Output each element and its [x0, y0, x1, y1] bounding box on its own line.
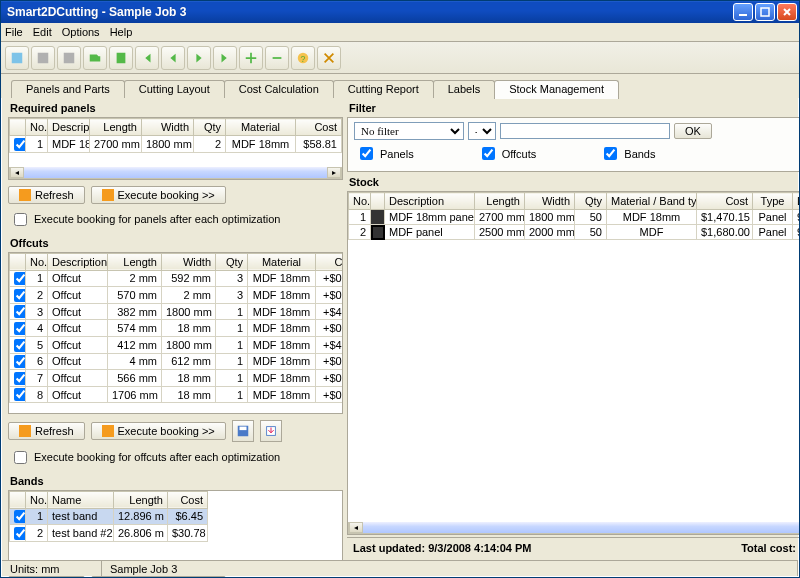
- menu-file[interactable]: File: [5, 26, 23, 38]
- table-row[interactable]: 2MDF panel2500 mm2000 mm50MDF$1,680.00Pa…: [349, 225, 801, 240]
- minimize-button[interactable]: [733, 3, 753, 21]
- status-units: Units: mm: [2, 561, 102, 576]
- filter-box: No filter - OK Panels Offcuts Bands: [347, 117, 800, 172]
- table-row[interactable]: 6Offcut4 mm612 mm1MDF 18mm+$0.01: [10, 353, 343, 370]
- chk-after-required[interactable]: [14, 213, 27, 226]
- toolbar-btn-3[interactable]: [57, 46, 81, 70]
- exec-required-panels[interactable]: Execute booking >>: [91, 186, 226, 204]
- menu-edit[interactable]: Edit: [33, 26, 52, 38]
- toolbar-exit-icon[interactable]: [317, 46, 341, 70]
- table-row[interactable]: 7Offcut566 mm18 mm1MDF 18mm+$0.06: [10, 370, 343, 387]
- table-row[interactable]: 4Offcut574 mm18 mm1MDF 18mm+$0.06: [10, 320, 343, 337]
- stock-table[interactable]: No. Description Length Width Qty Materia…: [348, 192, 800, 240]
- stock-hscroll[interactable]: ◂▸: [348, 522, 800, 534]
- save-offcuts-icon[interactable]: [232, 420, 254, 442]
- toolbar-first-icon[interactable]: [135, 46, 159, 70]
- chk-filter-bands[interactable]: [604, 147, 617, 160]
- svg-rect-0: [739, 14, 747, 16]
- filter-op[interactable]: -: [468, 122, 496, 140]
- table-row[interactable]: 3Offcut382 mm1800 mm1MDF 18mm+$4.16: [10, 303, 343, 320]
- toolbar-last-icon[interactable]: [213, 46, 237, 70]
- refresh-offcuts[interactable]: Refresh: [8, 422, 85, 440]
- offcuts-panel: No. Description Length Width Qty Materia…: [8, 252, 343, 414]
- table-row[interactable]: 1MDF 18mm panel2700 mm1800 mm2MDF 18mm$5…: [10, 136, 342, 153]
- table-row[interactable]: 1Offcut2 mm592 mm3MDF 18mm+$0.02: [10, 270, 343, 287]
- left-pane: Required panels No. Description Length W…: [2, 98, 345, 560]
- bands-panel: No. Name Length Cost 1test band12.896 m$…: [8, 490, 343, 570]
- bands-table[interactable]: No. Name Length Cost 1test band12.896 m$…: [9, 491, 208, 542]
- close-button[interactable]: [777, 3, 797, 21]
- svg-rect-4: [64, 52, 75, 63]
- bands-title: Bands: [8, 473, 343, 488]
- svg-rect-5: [273, 57, 282, 59]
- table-row[interactable]: 8Offcut1706 mm18 mm1MDF 18mm+$0.19: [10, 386, 343, 403]
- menu-bar: File Edit Options Help: [1, 23, 799, 42]
- stock-title: Stock: [347, 174, 800, 189]
- tab-panels-parts[interactable]: Panels and Parts: [11, 80, 125, 98]
- chk-filter-offcuts[interactable]: [482, 147, 495, 160]
- required-panels-title: Required panels: [8, 100, 343, 115]
- refresh-required-panels[interactable]: Refresh: [8, 186, 85, 204]
- toolbar-save-icon[interactable]: [109, 46, 133, 70]
- stock-panel: No. Description Length Width Qty Materia…: [347, 191, 800, 535]
- svg-rect-9: [239, 426, 246, 430]
- toolbar-remove-icon[interactable]: [265, 46, 289, 70]
- menu-options[interactable]: Options: [62, 26, 100, 38]
- stock-summary: Last updated: 9/3/2008 4:14:04 PM Total …: [347, 537, 800, 558]
- table-row[interactable]: 2test band #226.806 m$30.78: [10, 525, 208, 542]
- svg-rect-3: [38, 52, 49, 63]
- toolbar-btn-2[interactable]: [31, 46, 55, 70]
- filter-value[interactable]: [500, 123, 670, 139]
- tab-cutting-layout[interactable]: Cutting Layout: [124, 80, 225, 98]
- chk-filter-panels[interactable]: [360, 147, 373, 160]
- menu-help[interactable]: Help: [110, 26, 133, 38]
- svg-rect-1: [761, 8, 769, 16]
- tab-strip: Panels and Parts Cutting Layout Cost Cal…: [1, 74, 799, 98]
- toolbar-add-icon[interactable]: [239, 46, 263, 70]
- status-bar: Units: mm Sample Job 3: [2, 560, 798, 576]
- tab-cutting-report[interactable]: Cutting Report: [333, 80, 434, 98]
- maximize-button[interactable]: [755, 3, 775, 21]
- export-offcuts-icon[interactable]: [260, 420, 282, 442]
- svg-text:?: ?: [301, 53, 306, 63]
- window-title: Smart2DCutting - Sample Job 3: [7, 5, 733, 19]
- required-panels-table[interactable]: No. Description Length Width Qty Materia…: [9, 118, 342, 153]
- offcuts-title: Offcuts: [8, 235, 343, 250]
- table-row[interactable]: 2Offcut570 mm2 mm3MDF 18mm+$0.02: [10, 287, 343, 304]
- svg-rect-2: [12, 52, 23, 63]
- table-row[interactable]: 1test band12.896 m$6.45: [10, 508, 208, 525]
- tab-stock-management[interactable]: Stock Management: [494, 80, 619, 99]
- chk-after-offcuts[interactable]: [14, 451, 27, 464]
- offcuts-table[interactable]: No. Description Length Width Qty Materia…: [9, 253, 342, 404]
- title-bar: Smart2DCutting - Sample Job 3: [1, 1, 799, 23]
- toolbar-next-icon[interactable]: [187, 46, 211, 70]
- status-job: Sample Job 3: [102, 561, 798, 576]
- required-panels-hscroll[interactable]: ◂▸: [9, 167, 342, 179]
- right-pane: Filter No filter - OK Panels Offcuts Ban…: [345, 98, 800, 560]
- filter-select[interactable]: No filter: [354, 122, 464, 140]
- toolbar-help-icon[interactable]: ?: [291, 46, 315, 70]
- main-toolbar: ?: [1, 42, 799, 74]
- exec-offcuts[interactable]: Execute booking >>: [91, 422, 226, 440]
- toolbar-btn-1[interactable]: [5, 46, 29, 70]
- filter-title: Filter: [347, 100, 800, 115]
- tab-labels[interactable]: Labels: [433, 80, 495, 98]
- table-row[interactable]: 5Offcut412 mm1800 mm1MDF 18mm+$4.49: [10, 336, 343, 353]
- tab-cost-calculation[interactable]: Cost Calculation: [224, 80, 334, 98]
- content-area: Required panels No. Description Length W…: [2, 98, 798, 560]
- toolbar-prev-icon[interactable]: [161, 46, 185, 70]
- table-row[interactable]: 1MDF 18mm panel2700 mm1800 mm50MDF 18mm$…: [349, 210, 801, 225]
- required-panels-panel: No. Description Length Width Qty Materia…: [8, 117, 343, 180]
- toolbar-open-icon[interactable]: [83, 46, 107, 70]
- filter-ok[interactable]: OK: [674, 123, 712, 139]
